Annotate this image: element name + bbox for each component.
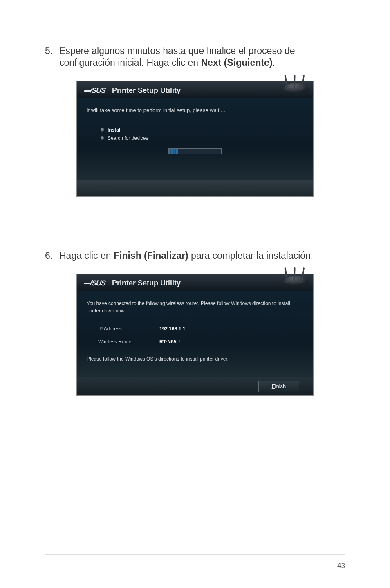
dialog-1-title: Printer Setup Utility: [112, 86, 181, 95]
step-5: 5. Espere algunos minutos hasta que fina…: [45, 45, 345, 69]
router-row: Wireless Router: RT-N65U: [87, 339, 303, 345]
dialog-2-note: Please follow the Windows OS's direction…: [87, 356, 303, 362]
dialog-1-titlebar: /SUS Printer Setup Utility: [77, 81, 313, 98]
dialog-2-title: Printer Setup Utility: [112, 279, 181, 287]
ip-label: IP Address:: [98, 326, 159, 332]
router-icon: [274, 274, 311, 290]
step-6: 6. Haga clic en Finish (Finalizar) para …: [45, 250, 345, 262]
step-6-text: Haga clic en Finish (Finalizar) para com…: [59, 250, 345, 262]
step-6-number: 6.: [45, 250, 59, 262]
step-6-pre: Haga clic en: [59, 250, 114, 261]
router-value: RT-N65U: [159, 339, 180, 345]
bullet-icon: [101, 128, 104, 132]
dialog-1-footer: [77, 180, 313, 196]
asus-logo-icon: /SUS: [84, 279, 106, 287]
page-footer-rule: [45, 554, 345, 555]
dialog-2: /SUS Printer Setup Utility You have conn…: [76, 274, 314, 396]
finish-rest: inish: [275, 383, 286, 389]
search-item: Search for devices: [87, 135, 303, 141]
asus-logo-icon: /SUS: [84, 86, 106, 95]
progress-fill: [169, 149, 178, 154]
dialog-1: /SUS Printer Setup Utility It will take …: [76, 81, 314, 197]
install-item: Install: [87, 127, 303, 133]
step-5-bold: Next (Siguiente): [201, 57, 272, 68]
step-5-text: Espere algunos minutos hasta que finalic…: [59, 45, 345, 69]
search-label: Search for devices: [108, 135, 148, 141]
ip-value: 192.168.1.1: [159, 326, 185, 332]
step-5-number: 5.: [45, 45, 59, 69]
install-label: Install: [108, 127, 122, 133]
router-icon: [274, 81, 311, 98]
dialog-2-titlebar: /SUS Printer Setup Utility: [77, 274, 313, 291]
bullet-icon: [101, 136, 104, 140]
dialog-2-body: You have connected to the following wire…: [77, 291, 313, 377]
dialog-2-info: You have connected to the following wire…: [87, 300, 303, 314]
dialog-2-footer: Finish: [77, 377, 313, 395]
router-label: Wireless Router:: [98, 339, 159, 345]
step-6-post: para completar la instalación.: [188, 250, 314, 261]
step-5-post: .: [273, 57, 275, 68]
finish-underline-letter: F: [272, 383, 275, 389]
ip-row: IP Address: 192.168.1.1: [87, 326, 303, 332]
dialog-1-message: It will take some time to perform initia…: [87, 107, 303, 113]
progress-bar: [168, 148, 222, 154]
step-6-bold: Finish (Finalizar): [114, 250, 188, 261]
finish-button[interactable]: Finish: [258, 381, 299, 392]
dialog-1-body: It will take some time to perform initia…: [77, 98, 313, 180]
page-number: 43: [337, 562, 345, 570]
